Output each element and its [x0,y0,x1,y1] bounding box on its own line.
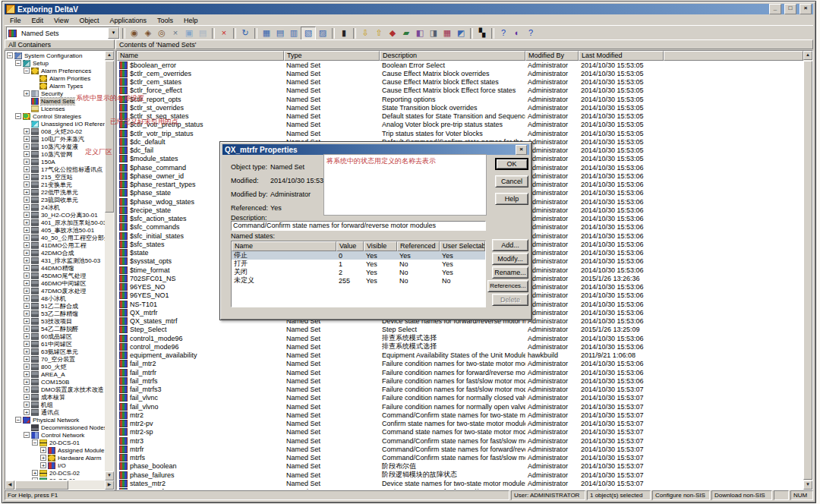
tree-vscroll-thumb[interactable] [105,61,114,213]
dialog-title-bar[interactable]: QX_mtrfr Properties × [222,144,529,155]
dialog-close-icon[interactable]: × [516,145,527,155]
upload-icon[interactable]: ◆ [386,27,399,39]
references-button[interactable]: References... [487,280,528,292]
collapse-box-icon[interactable]: − [24,432,30,438]
tree-item-机组[interactable]: +机组 [5,401,105,408]
help-icon[interactable]: ? [497,27,510,39]
list-row-mtrfr[interactable]: mtrfrNamed SetCommand/Confirm state name… [117,445,803,453]
list-row-$boolean_error[interactable]: $boolean_errorNamed SetBoolean Error Sel… [117,61,803,69]
description-field[interactable]: Command/Confirm state names for forward/… [231,221,486,231]
expand-box-icon[interactable]: + [24,371,30,377]
list-row-fail_mtr2[interactable]: fail_mtr2Named SetFailure condition name… [117,360,803,368]
column-header-filler[interactable] [664,51,803,61]
list-row-$ctlr_votr_trip_status[interactable]: $ctlr_votr_trip_statusNamed SetTrip stat… [117,129,803,137]
tree-item-800_火炬[interactable]: +800_火炬 [5,363,105,370]
tree-item-22低甲洗单元[interactable]: +22低甲洗单元 [5,188,105,196]
tree-item-42DMO合成[interactable]: +42DMO合成 [5,249,105,257]
column-header-last-modified[interactable]: Last Modified [579,51,664,61]
states-column-header-visible[interactable]: Visible [364,241,397,251]
download-icon[interactable]: ⇩ [358,27,372,39]
list-row-states_mtrfr[interactable]: states_mtrfrNamed SetDevice state names … [117,488,803,490]
cancel-button[interactable]: Cancel [495,175,528,187]
menu-tools[interactable]: Tools [152,17,178,24]
expand-box-icon[interactable]: + [24,189,30,195]
find-icon[interactable]: ◎ [155,27,169,39]
expand-box-icon[interactable]: + [24,257,30,263]
expand-box-icon[interactable]: + [24,204,30,210]
tree-item-401_原水加压泵站50-03[interactable]: +401_原水加压泵站50-03 [5,219,105,226]
copy-icon[interactable]: ▣ [182,27,196,39]
tree-item-Unassigned-I/O-Reference[interactable]: Unassigned I/O Reference [5,120,105,128]
minimize-button[interactable]: _ [769,4,781,14]
tree-item-53技改项目[interactable]: +53技改项目 [5,317,105,325]
expand-box-icon[interactable]: + [24,288,30,294]
help-button[interactable]: Help [495,193,528,205]
tree-item-Alarm-Types[interactable]: Alarm Types [5,82,105,90]
about-icon[interactable]: ◐ [510,27,524,39]
column-header-description[interactable]: Description [380,51,525,61]
expand-box-icon[interactable]: + [24,394,30,400]
expand-box-icon[interactable]: + [24,326,30,332]
tree-item-45DMO尾气处理[interactable]: +45DMO尾气处理 [5,272,105,279]
tree-item-10电厂外来蒸汽[interactable]: +10电厂外来蒸汽 [5,135,105,143]
menu-help[interactable]: Help [178,17,203,24]
tree-item-Licenses[interactable]: Licenses [5,105,105,112]
delete-icon[interactable]: × [217,27,231,39]
expand-box-icon[interactable]: + [24,341,30,347]
expand-box-icon[interactable]: + [24,227,30,233]
expand-box-icon[interactable]: + [24,159,30,165]
expand-box-icon[interactable]: + [24,181,30,187]
refresh-icon[interactable]: ↻ [238,27,252,39]
tree-item-44DMO精馏[interactable]: +44DMO精馏 [5,264,105,272]
view-hierarchy-icon[interactable]: ◈ [141,27,155,39]
menu-object[interactable]: Object [74,17,104,24]
expand-box-icon[interactable]: + [40,462,46,468]
expand-box-icon[interactable]: + [32,470,38,476]
large-icons-view-icon[interactable]: ▦ [260,27,273,39]
list-row-mtr3[interactable]: mtr3Named SetCommand/Confirm state names… [117,436,803,445]
tree-item-47DMO废水处理[interactable]: +47DMO废水处理 [5,287,105,295]
tree-item-46DMO中间罐区[interactable]: +46DMO中间罐区 [5,279,105,287]
tree-item-20-DCS-01[interactable]: −20-DCS-01 [5,439,105,446]
scroll-up-icon[interactable]: ▲ [803,51,812,60]
tree-item-008_火炬20-02[interactable]: +008_火炬20-02 [5,128,105,135]
tree-item-60成品罐区[interactable]: +60成品罐区 [5,332,105,340]
list-row-$ctlr_votr_pretrip_status[interactable]: $ctlr_votr_pretrip_statusNamed SetAnalog… [117,121,803,129]
tree-horizontal-scrollbar[interactable]: ◀ ▶ [5,480,114,490]
list-row-fail_mtrfs3[interactable]: fail_mtrfs3Named SetFailure condition na… [117,386,803,394]
tree-item-I/O[interactable]: +I/O [5,461,105,469]
list-row-fail_vlvno[interactable]: fail_vlvnoNamed SetFailure condition nam… [117,402,803,411]
expand-box-icon[interactable]: + [24,318,30,324]
security-icon[interactable]: ◨ [427,27,440,39]
tree-item-Physical-Network[interactable]: −Physical Network [5,416,105,424]
scroll-right-icon[interactable]: ▶ [105,480,114,490]
tree-vertical-scrollbar[interactable]: ▲ ▼ [105,51,114,480]
collapse-box-icon[interactable]: − [15,113,21,119]
expand-box-icon[interactable]: + [24,379,30,385]
menu-applications[interactable]: Applications [104,17,152,24]
list-row-mtr2-sp[interactable]: mtr2-spNamed SetCommand state names for … [117,428,803,436]
tree-hscroll-thumb[interactable] [15,480,68,490]
tree-item-40_50_公用工程空分部分[interactable]: +40_50_公用工程空分部分 [5,234,105,241]
expand-box-icon[interactable]: + [24,348,30,354]
expand-box-icon[interactable]: + [24,128,30,134]
expand-box-icon[interactable]: + [24,310,30,317]
assign-icon[interactable]: ⇧ [372,27,386,39]
chevron-down-icon[interactable]: ▼ [108,27,119,39]
collapse-box-icon[interactable]: − [15,60,21,66]
small-icons-view-icon[interactable]: ▤ [273,27,287,39]
tree-item-431_排水监测池50-03[interactable]: +431_排水监测池50-03 [5,257,105,264]
expand-box-icon[interactable]: + [24,303,30,309]
maximize-button[interactable]: □ [784,4,796,14]
list-row-$ctlr_force_effect[interactable]: $ctlr_force_effectNamed SetCause Effect … [117,87,803,95]
list-row-$ctlr_st_overrides[interactable]: $ctlr_st_overridesNamed SetState Transit… [117,103,803,112]
tree-item-41DMO公用工程[interactable]: +41DMO公用工程 [5,241,105,249]
tree-item-53乙二醇精馏[interactable]: +53乙二醇精馏 [5,310,105,317]
list-row-fail_mtrfs[interactable]: fail_mtrfsNamed SetFailure condition nam… [117,376,803,385]
expand-box-icon[interactable]: + [24,265,30,271]
expand-box-icon[interactable]: + [24,272,30,279]
expand-box-icon[interactable]: + [24,90,30,96]
states-column-header-user-selectable[interactable]: User Selectable [440,241,485,251]
expand-box-icon[interactable]: + [24,151,30,157]
rename-button[interactable]: Rename... [492,266,528,279]
